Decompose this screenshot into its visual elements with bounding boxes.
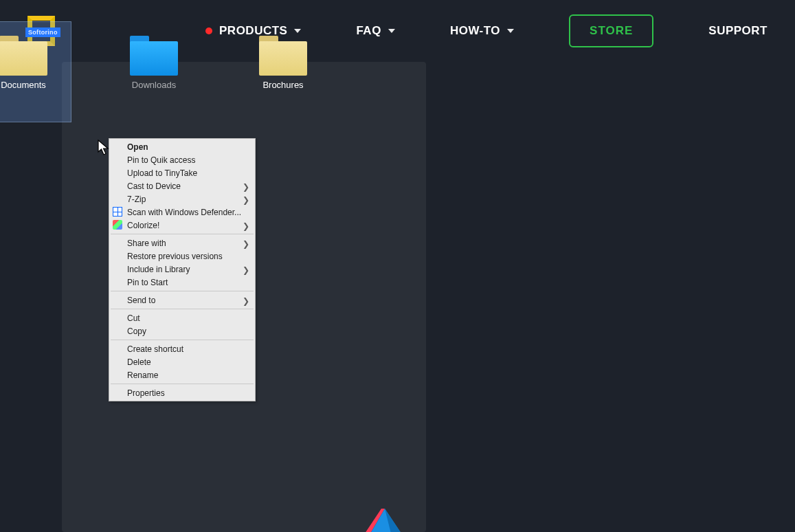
menu-colorize[interactable]: Colorize!❯ <box>109 219 255 232</box>
nav-faq[interactable]: FAQ <box>356 24 394 38</box>
menu-cast-to-device[interactable]: Cast to Device❯ <box>109 179 255 192</box>
folder-icon <box>130 36 178 76</box>
folder-icon <box>0 36 47 76</box>
menu-pin-quick-access[interactable]: Pin to Quik access <box>109 153 255 166</box>
folder-label: Documents <box>0 80 71 90</box>
menu-pin-to-start[interactable]: Pin to Start <box>109 276 255 289</box>
menu-share-with[interactable]: Share with❯ <box>109 236 255 250</box>
menu-restore-previous[interactable]: Restore previous versions <box>109 250 255 263</box>
menu-separator <box>111 234 254 234</box>
menu-copy[interactable]: Copy <box>109 324 255 337</box>
menu-include-library[interactable]: Include in Library❯ <box>109 263 255 276</box>
folder-brochures[interactable]: Brochures <box>236 22 331 122</box>
context-menu: Open Pin to Quik access Upload to TinyTa… <box>109 138 256 401</box>
menu-separator <box>111 340 254 340</box>
menu-separator <box>111 291 254 291</box>
menu-properties[interactable]: Properties <box>109 386 255 399</box>
menu-separator <box>111 384 254 384</box>
folder-label: Brochures <box>236 80 331 90</box>
nav-store-label: STORE <box>590 24 633 38</box>
menu-send-to[interactable]: Send to❯ <box>109 293 255 307</box>
chevron-down-icon <box>388 29 395 33</box>
menu-cut[interactable]: Cut <box>109 311 255 324</box>
submenu-arrow-icon: ❯ <box>243 296 249 306</box>
submenu-arrow-icon: ❯ <box>243 265 249 275</box>
menu-upload-tinytake[interactable]: Upload to TinyTake <box>109 166 255 179</box>
submenu-arrow-icon: ❯ <box>243 221 249 231</box>
menu-create-shortcut[interactable]: Create shortcut <box>109 342 255 355</box>
menu-open[interactable]: Open <box>109 140 255 153</box>
folder-downloads[interactable]: Downloads <box>107 22 201 122</box>
folder-icon <box>259 36 307 76</box>
nav-faq-label: FAQ <box>356 24 381 38</box>
new-indicator-dot <box>205 27 212 34</box>
menu-7zip[interactable]: 7-Zip❯ <box>109 192 255 206</box>
submenu-arrow-icon: ❯ <box>243 195 249 205</box>
chevron-down-icon <box>507 29 514 33</box>
menu-rename[interactable]: Rename <box>109 368 255 381</box>
decorative-shape <box>347 509 416 532</box>
nav-support[interactable]: SUPPORT <box>708 24 768 38</box>
submenu-arrow-icon: ❯ <box>243 182 249 192</box>
menu-delete[interactable]: Delete <box>109 355 255 368</box>
folder-documents[interactable]: Documents <box>0 22 71 122</box>
shield-icon <box>113 207 122 217</box>
folder-label: Downloads <box>107 80 201 90</box>
menu-separator <box>111 309 254 309</box>
submenu-arrow-icon: ❯ <box>243 239 249 249</box>
color-icon <box>113 220 122 230</box>
nav-howto-label: HOW-TO <box>450 24 500 38</box>
menu-defender-scan[interactable]: Scan with Windows Defender... <box>109 206 255 219</box>
nav-store-button[interactable]: STORE <box>569 14 653 47</box>
nav-howto[interactable]: HOW-TO <box>450 24 514 38</box>
nav-support-label: SUPPORT <box>708 24 768 38</box>
